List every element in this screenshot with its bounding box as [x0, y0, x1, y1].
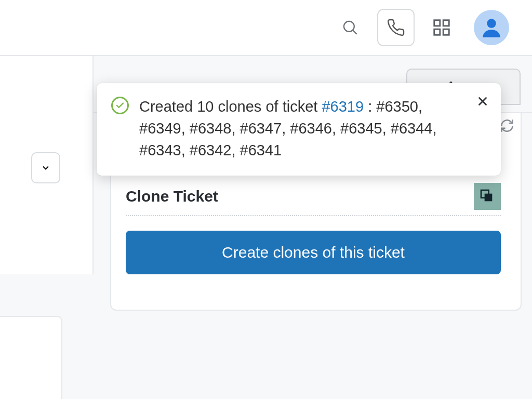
- refresh-icon[interactable]: [500, 118, 514, 133]
- search-icon[interactable]: [338, 15, 363, 40]
- user-avatar[interactable]: [474, 10, 509, 45]
- svg-rect-8: [485, 194, 493, 202]
- success-toast: Created 10 clones of ticket #6319 : #635…: [97, 83, 501, 176]
- clone-ticket-header: Clone Ticket: [126, 183, 501, 216]
- clone-ticket-title: Clone Ticket: [126, 188, 218, 205]
- svg-rect-2: [434, 20, 440, 26]
- svg-line-1: [353, 30, 357, 34]
- toast-close-button[interactable]: [476, 95, 489, 108]
- left-sidebar-top: [0, 56, 94, 274]
- svg-rect-4: [434, 29, 440, 35]
- success-check-icon: [111, 97, 129, 114]
- collapse-toggle[interactable]: [31, 152, 60, 183]
- top-navbar: [0, 0, 532, 56]
- source-ticket-link[interactable]: #6319: [322, 98, 364, 115]
- svg-rect-3: [443, 20, 449, 26]
- create-clones-button[interactable]: Create clones of this ticket: [126, 231, 501, 274]
- toast-prefix: Created 10 clones of ticket: [139, 98, 322, 115]
- clone-ticket-app-icon: [474, 183, 501, 210]
- svg-point-0: [344, 21, 354, 32]
- phone-button[interactable]: [377, 9, 415, 46]
- toast-message: Created 10 clones of ticket #6319 : #635…: [139, 96, 486, 161]
- apps-grid-icon[interactable]: [429, 15, 454, 40]
- left-sidebar-bottom: [0, 316, 62, 399]
- svg-rect-5: [443, 29, 449, 35]
- clone-ticket-app: Clone Ticket Create clones of this ticke…: [111, 170, 515, 292]
- svg-point-6: [487, 19, 496, 28]
